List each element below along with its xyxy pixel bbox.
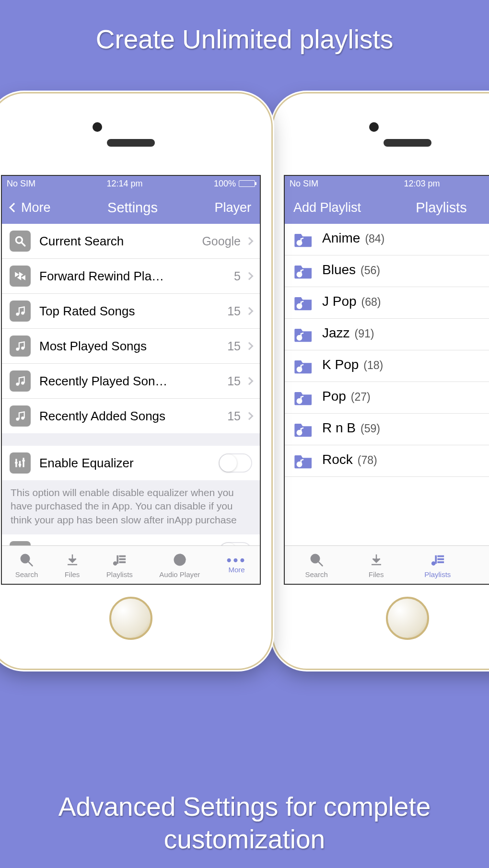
playlists-group: Anime (84) Blues (56) J Pop (68) Jazz (9… [285, 224, 489, 477]
phone-top [273, 93, 489, 175]
playlist-row[interactable]: Anime (84) [285, 224, 489, 255]
tab-playlists[interactable]: Playlists [424, 553, 451, 579]
tab-search[interactable]: Search [15, 553, 38, 579]
nav-bar: More Settings Player [2, 191, 260, 224]
tab-icon [19, 553, 34, 568]
settings-row[interactable]: Recently Played Son… 15 [2, 364, 260, 399]
settings-row[interactable]: Current Search Google [2, 224, 260, 259]
fwdrwd-icon [10, 266, 31, 287]
settings-row[interactable]: Forward Rewind Pla… 5 [2, 259, 260, 294]
promo-top-title: Create Unlimited playlists [0, 24, 489, 55]
playlist-name: Blues [322, 262, 356, 278]
playlist-count: (91) [355, 327, 374, 340]
tab-icon [309, 553, 324, 568]
playlist-row[interactable]: Pop (27) [285, 382, 489, 414]
settings-row-label: Recently Played Son… [39, 374, 223, 389]
playlist-count: (68) [361, 296, 381, 309]
folder-icon [293, 390, 314, 406]
tab-files[interactable]: Files [369, 553, 384, 579]
svg-rect-28 [119, 556, 126, 557]
settings-row-value: 15 [227, 304, 241, 318]
svg-rect-48 [438, 558, 444, 560]
playlist-row[interactable]: R n B (59) [285, 414, 489, 445]
chevron-right-icon [245, 272, 254, 280]
settings-content: Current Search Google Forward Rewind Pla… [2, 224, 260, 545]
settings-row-label: Top Rated Songs [39, 304, 223, 319]
playlist-name: R n B [322, 420, 356, 436]
settings-row[interactable]: Top Rated Songs 15 [2, 294, 260, 329]
svg-rect-49 [438, 561, 444, 563]
playlist-count: (18) [363, 359, 383, 372]
settings-row-label: Forward Rewind Pla… [39, 269, 230, 284]
svg-point-26 [114, 561, 117, 565]
speaker-slot [384, 139, 431, 147]
phone-top [0, 93, 271, 175]
svg-point-41 [311, 554, 320, 563]
folder-icon [293, 295, 314, 311]
svg-marker-4 [21, 275, 25, 280]
settings-row-value: 15 [227, 339, 241, 353]
tab-search[interactable]: Search [305, 553, 328, 579]
tab-playlists[interactable]: Playlists [106, 553, 133, 579]
chevron-left-icon [9, 203, 19, 212]
tab-icon: ••• [227, 557, 246, 564]
settings-row-value: 15 [227, 374, 241, 388]
tab-files[interactable]: Files [65, 553, 80, 579]
nav-title: Playlists [416, 200, 466, 216]
folder-icon [293, 231, 314, 248]
equalizer-switch[interactable] [219, 453, 252, 473]
equalizer-icon [10, 452, 31, 474]
tab-bar: SearchFilesPlaylistsAudio [285, 545, 489, 584]
tab-label: Playlists [424, 570, 451, 579]
player-button[interactable]: Player [214, 200, 251, 215]
playlist-name: Anime [322, 231, 360, 246]
svg-line-23 [29, 562, 33, 566]
playlist-row[interactable]: Rock (78) [285, 445, 489, 477]
svg-rect-46 [435, 556, 437, 563]
camera-dot [93, 122, 102, 132]
tab-label: Search [305, 570, 328, 579]
playlist-count: (59) [361, 422, 380, 435]
tab-label: Files [369, 570, 384, 579]
tab-icon [112, 553, 127, 568]
tab-label: More [228, 566, 244, 574]
back-button[interactable]: More [11, 200, 51, 215]
playlist-name: Jazz [322, 325, 350, 341]
svg-rect-19 [22, 460, 24, 462]
desktop-switch[interactable] [219, 542, 252, 545]
add-playlist-button[interactable]: Add Playlist [293, 200, 361, 215]
time-label: 12:14 pm [106, 179, 142, 189]
tab-label: Audio Player [159, 570, 200, 579]
settings-group: Current Search Google Forward Rewind Pla… [2, 224, 260, 433]
tab-bar: SearchFilesPlaylistsAudio Player•••More [2, 545, 260, 584]
camera-dot [369, 122, 379, 132]
nav-title: Settings [107, 200, 158, 216]
tab-icon [65, 553, 80, 568]
settings-row[interactable]: Most Played Songs 15 [2, 329, 260, 364]
settings-row-value: 15 [227, 409, 241, 423]
playlist-name: Rock [322, 452, 353, 467]
enable-equalizer-row[interactable]: Enable Equalizer [2, 446, 260, 480]
tab-more[interactable]: •••More [227, 557, 246, 574]
music-icon [10, 370, 31, 392]
settings-row[interactable]: Recently Added Songs 15 [2, 399, 260, 433]
chevron-right-icon [245, 342, 254, 350]
playlist-row[interactable]: Jazz (91) [285, 319, 489, 350]
tab-label: Search [15, 570, 38, 579]
playlist-row[interactable]: K Pop (18) [285, 350, 489, 382]
playlist-row[interactable]: J Pop (68) [285, 287, 489, 319]
music-icon [10, 301, 31, 322]
svg-line-1 [22, 243, 25, 246]
playlist-row[interactable]: Blues (56) [285, 255, 489, 287]
chevron-right-icon [245, 307, 254, 315]
equalizer-label: Enable Equalizer [39, 456, 219, 471]
home-button[interactable] [386, 597, 429, 640]
enable-desktop-row[interactable]: Enable Desktop Browser [2, 534, 260, 545]
music-icon [10, 336, 31, 357]
tab-audio-player[interactable]: Audio Player [159, 553, 200, 579]
home-button[interactable] [109, 597, 152, 640]
svg-line-42 [319, 562, 323, 566]
chevron-right-icon [245, 237, 254, 245]
phone-playlists: No SIM 12:03 pm Add Playlist Playlists A… [273, 93, 489, 669]
battery-icon [239, 180, 255, 187]
